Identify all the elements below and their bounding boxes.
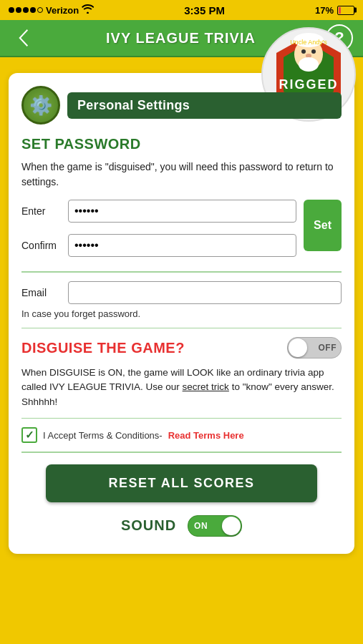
status-bar: Verizon 3:35 PM 17%	[0, 0, 363, 20]
enter-password-input[interactable]	[68, 200, 296, 223]
gear-icon: ⚙️	[29, 94, 52, 117]
password-description: When the game is "disguised", you will n…	[21, 160, 342, 190]
divider-2	[21, 328, 342, 329]
terms-text: I Accept Terms & Conditions-	[43, 430, 163, 441]
reset-all-scores-button[interactable]: RESET ALL SCORES	[46, 464, 318, 502]
terms-checkbox[interactable]: ✓	[21, 427, 37, 443]
divider-1	[21, 271, 342, 273]
confirm-password-row: Confirm	[21, 234, 296, 257]
sound-toggle-knob	[222, 517, 241, 535]
checkmark-icon: ✓	[25, 429, 34, 441]
dot5	[37, 7, 43, 13]
dot4	[30, 7, 36, 13]
enter-password-row: Enter	[21, 200, 296, 223]
secret-trick-underline: secret trick	[183, 381, 229, 392]
wifi-icon	[82, 4, 94, 16]
sound-row: SOUND ON	[21, 515, 342, 537]
battery-percent: 17%	[315, 5, 334, 16]
terms-link[interactable]: Read Terms Here	[168, 430, 244, 441]
password-fields-column: Enter Confirm	[21, 200, 296, 263]
sound-label: SOUND	[121, 517, 176, 534]
confirm-password-input[interactable]	[68, 234, 296, 257]
content-card: RIGGED TRIVIA Uncle Andy's ⚙️ Personal S…	[9, 73, 354, 554]
carrier-label: Verizon	[46, 5, 79, 16]
disguise-toggle[interactable]: OFF	[287, 337, 342, 358]
password-fields-group: Enter Confirm Set	[21, 200, 342, 263]
battery-fill	[339, 7, 341, 14]
personal-settings-banner: Personal Settings	[67, 92, 342, 119]
email-row: Email	[21, 281, 342, 304]
toggle-on-label: ON	[194, 521, 208, 531]
battery-icon	[337, 6, 354, 15]
disguise-description: When DISGUISE is ON, the game will LOOK …	[21, 366, 342, 409]
back-button[interactable]	[10, 25, 36, 51]
dot2	[16, 7, 21, 13]
terms-row: ✓ I Accept Terms & Conditions- Read Term…	[21, 427, 342, 443]
disguise-label: DISGUISE THE GAME?	[21, 340, 185, 356]
disguise-row: DISGUISE THE GAME? OFF	[21, 337, 342, 358]
email-label: Email	[21, 287, 68, 298]
svg-point-7	[311, 49, 316, 54]
header-row: ⚙️ Personal Settings	[21, 86, 342, 125]
svg-point-9	[299, 57, 319, 72]
email-hint: In case you forget password.	[21, 308, 342, 319]
toggle-off-label: OFF	[319, 343, 337, 353]
nav-title: IVY LEAGUE TRIVIA	[106, 30, 256, 47]
status-right: 17%	[315, 5, 354, 16]
toggle-knob	[289, 338, 307, 357]
svg-text:Uncle Andy's: Uncle Andy's	[290, 39, 327, 46]
dot3	[23, 7, 29, 13]
divider-4	[21, 452, 342, 453]
svg-point-6	[301, 49, 306, 54]
dot1	[9, 7, 14, 13]
enter-label: Enter	[21, 205, 68, 217]
divider-3	[21, 418, 342, 419]
gear-circle: ⚙️	[21, 86, 60, 125]
set-password-title: SET PASSWORD	[21, 136, 342, 152]
email-input[interactable]	[68, 281, 342, 304]
time-display: 3:35 PM	[184, 4, 225, 16]
confirm-label: Confirm	[21, 240, 68, 251]
signal-dots	[9, 7, 43, 13]
main-area: RIGGED TRIVIA Uncle Andy's ⚙️ Personal S…	[0, 57, 363, 562]
status-left: Verizon	[9, 4, 94, 16]
svg-marker-0	[19, 29, 28, 47]
set-password-button[interactable]: Set	[304, 200, 342, 251]
sound-toggle[interactable]: ON	[188, 515, 242, 537]
